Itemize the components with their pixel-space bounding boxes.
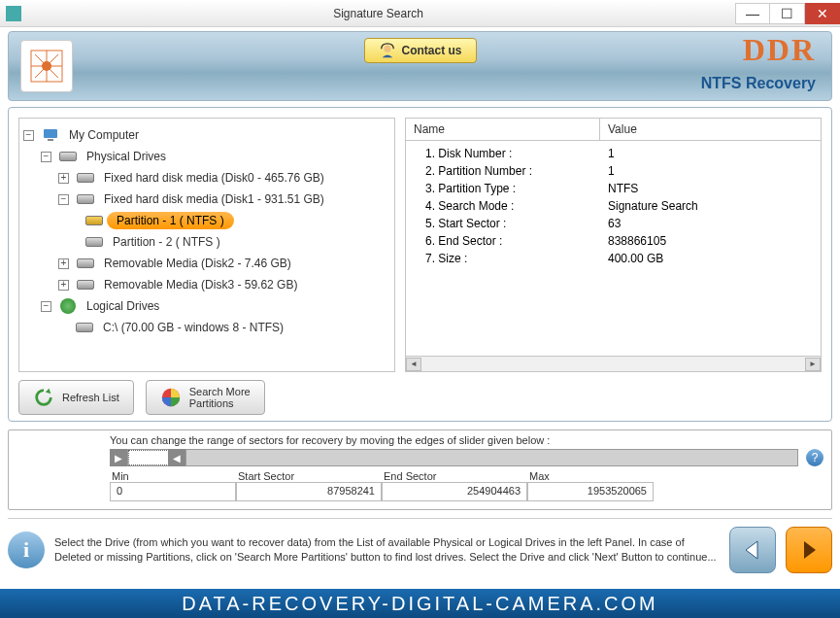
collapse-icon[interactable]: − [41,152,51,162]
svg-point-1 [42,61,51,71]
sector-hint: You can change the range of sectors for … [110,434,823,446]
slider-right-icon[interactable]: ◀ [168,449,185,466]
help-text: Select the Drive (from which you want to… [54,535,720,566]
app-icon [6,6,21,21]
expand-icon[interactable]: + [58,258,69,269]
tree-partition-2[interactable]: Partition - 2 ( NTFS ) [107,233,226,251]
arrow-left-icon [740,537,765,563]
app-logo [20,40,73,92]
slider-thumb[interactable] [128,450,169,465]
product-name: NTFS Recovery [701,75,816,92]
bottom-bar: i Select the Drive (from which you want … [8,518,832,573]
slider-left-icon[interactable]: ▶ [110,449,127,466]
header-banner: Contact us DDR NTFS Recovery [8,31,832,101]
max-value[interactable]: 1953520065 [527,482,654,501]
col-name[interactable]: Name [406,119,600,140]
search-more-partitions-button[interactable]: Search More Partitions [146,380,265,415]
footer-brand: DATA-RECOVERY-DIGITAL-CAMERA.COM [0,589,840,618]
brand-text: DDR [743,32,816,68]
tree-c-drive[interactable]: C:\ (70.00 GB - windows 8 - NTFS) [97,319,289,336]
col-value[interactable]: Value [600,119,645,140]
start-sector-value[interactable]: 87958241 [236,482,382,501]
min-label: Min [110,470,236,482]
collapse-icon[interactable]: − [23,130,34,141]
properties-header: Name Value [406,119,821,141]
hdd-icon [77,257,94,270]
scroll-left-icon[interactable]: ◄ [406,358,421,371]
expand-icon[interactable]: + [58,280,69,291]
end-sector-label: End Sector [382,470,527,482]
slider-thumb-area[interactable] [127,449,168,466]
hdd-icon [77,171,94,185]
info-icon: i [8,532,45,568]
properties-panel: Name Value 1. Disk Number :1 2. Partitio… [405,118,822,372]
contact-us-button[interactable]: Contact us [363,38,476,63]
hdd-icon [76,321,93,334]
start-sector-label: Start Sector [236,470,382,482]
partition-icon [85,214,103,227]
partition-icon [85,235,103,249]
minimize-button[interactable]: — [735,3,770,24]
prop-value: 1 [600,146,622,161]
prop-name: 7. Size : [406,251,600,266]
prop-name: 2. Partition Number : [406,163,600,179]
computer-icon [42,128,59,142]
main-panel: −My Computer −Physical Drives +Fixed har… [8,107,832,422]
prop-name: 6. End Sector : [406,233,600,249]
prop-name: 5. Start Sector : [406,216,600,231]
title-bar: Signature Search — ☐ ✕ [0,0,840,27]
search-more-label: Search More Partitions [189,386,251,409]
svg-point-2 [384,46,390,52]
hdd-icon [77,192,94,206]
tree-logical[interactable]: Logical Drives [81,297,165,315]
back-button[interactable] [729,527,776,573]
maximize-button[interactable]: ☐ [770,3,805,24]
slider-track[interactable] [185,449,798,466]
prop-value: 63 [600,216,628,231]
prop-value: 1 [600,163,622,179]
collapse-icon[interactable]: − [58,194,69,205]
collapse-icon[interactable]: − [41,301,51,312]
refresh-list-button[interactable]: Refresh List [18,380,134,415]
prop-value: Signature Search [600,198,706,214]
prop-name: 4. Search Mode : [406,198,600,214]
prop-name: 1. Disk Number : [406,146,600,161]
prop-value: NTFS [600,181,646,196]
arrow-right-icon [796,537,822,563]
window-title: Signature Search [21,7,735,20]
svg-rect-3 [44,129,57,138]
tree-disk0[interactable]: Fixed hard disk media (Disk0 - 465.76 GB… [98,169,330,187]
sector-range-panel: You can change the range of sectors for … [8,429,832,510]
contact-label: Contact us [401,44,461,57]
headset-icon [378,42,395,59]
max-label: Max [527,470,654,482]
hdd-icon [77,278,94,292]
next-button[interactable] [786,527,832,573]
tree-root[interactable]: My Computer [63,126,145,144]
tree-physical[interactable]: Physical Drives [81,148,172,165]
help-icon[interactable]: ? [806,449,823,466]
tree-disk2[interactable]: Removable Media (Disk2 - 7.46 GB) [98,255,297,272]
tree-disk1[interactable]: Fixed hard disk media (Disk1 - 931.51 GB… [98,190,330,208]
scroll-right-icon[interactable]: ► [805,358,821,371]
tree-disk3[interactable]: Removable Media (Disk3 - 59.62 GB) [98,276,303,293]
refresh-icon [33,387,54,408]
prop-name: 3. Partition Type : [406,181,600,196]
pie-icon [160,387,182,408]
expand-icon[interactable]: + [58,173,69,184]
svg-rect-4 [48,139,53,141]
tree-partition-1[interactable]: Partition - 1 ( NTFS ) [107,212,234,229]
refresh-label: Refresh List [62,392,119,403]
drives-icon [59,150,77,163]
globe-icon [59,299,77,313]
end-sector-value[interactable]: 254904463 [382,482,527,501]
properties-body: 1. Disk Number :1 2. Partition Number :1… [406,141,821,356]
drive-tree[interactable]: −My Computer −Physical Drives +Fixed har… [18,118,395,372]
close-button[interactable]: ✕ [805,3,840,24]
prop-value: 400.00 GB [600,251,671,266]
min-value[interactable]: 0 [110,482,236,501]
prop-value: 838866105 [600,233,674,249]
horizontal-scrollbar[interactable]: ◄ ► [406,356,821,371]
